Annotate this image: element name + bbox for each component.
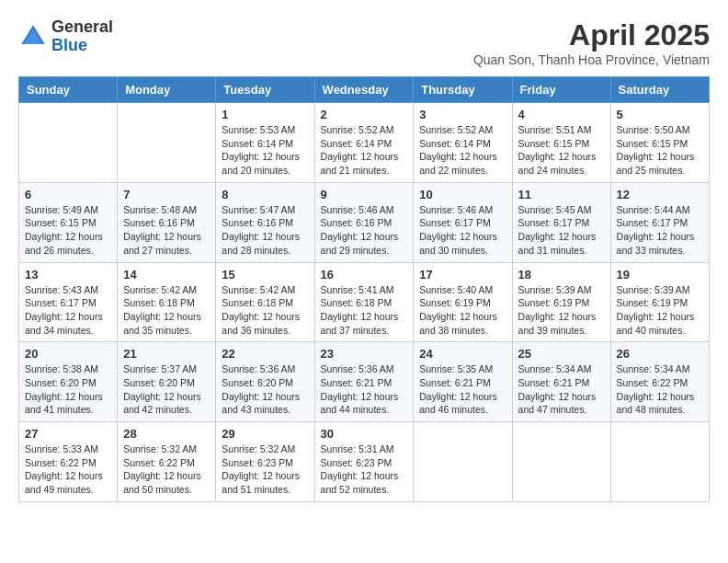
day-number: 30	[321, 427, 408, 441]
day-number: 7	[123, 188, 210, 201]
logo: General Blue	[18, 18, 113, 55]
day-number: 10	[419, 188, 506, 201]
calendar-cell: 12Sunrise: 5:44 AM Sunset: 6:17 PM Dayli…	[610, 182, 709, 262]
month-title: April 2025	[473, 18, 710, 52]
weekday-header: Thursday	[414, 77, 512, 103]
day-info: Sunrise: 5:33 AM Sunset: 6:22 PM Dayligh…	[25, 442, 111, 497]
day-info: Sunrise: 5:41 AM Sunset: 6:18 PM Dayligh…	[321, 283, 408, 338]
day-info: Sunrise: 5:36 AM Sunset: 6:20 PM Dayligh…	[222, 362, 308, 417]
day-info: Sunrise: 5:36 AM Sunset: 6:21 PM Dayligh…	[321, 362, 408, 417]
calendar-cell: 25Sunrise: 5:34 AM Sunset: 6:21 PM Dayli…	[512, 342, 610, 422]
day-number: 15	[222, 268, 308, 282]
logo-text: General Blue	[51, 18, 113, 55]
logo-icon	[18, 22, 48, 52]
calendar-cell: 1Sunrise: 5:53 AM Sunset: 6:14 PM Daylig…	[216, 103, 314, 183]
weekday-header: Friday	[512, 77, 610, 103]
day-number: 2	[321, 108, 408, 121]
day-number: 12	[617, 188, 703, 201]
calendar-cell: 19Sunrise: 5:39 AM Sunset: 6:19 PM Dayli…	[610, 262, 709, 342]
day-number: 20	[25, 347, 111, 361]
logo-blue: Blue	[51, 36, 87, 54]
day-info: Sunrise: 5:39 AM Sunset: 6:19 PM Dayligh…	[617, 283, 703, 338]
day-info: Sunrise: 5:51 AM Sunset: 6:15 PM Dayligh…	[518, 123, 605, 178]
day-number: 5	[617, 108, 703, 121]
calendar-cell: 21Sunrise: 5:37 AM Sunset: 6:20 PM Dayli…	[118, 342, 216, 422]
calendar-cell	[414, 422, 512, 502]
day-info: Sunrise: 5:46 AM Sunset: 6:16 PM Dayligh…	[321, 203, 408, 258]
calendar-cell: 22Sunrise: 5:36 AM Sunset: 6:20 PM Dayli…	[216, 342, 314, 422]
day-number: 18	[518, 268, 605, 282]
calendar-cell	[610, 422, 709, 502]
day-number: 25	[518, 347, 605, 361]
day-number: 11	[518, 188, 605, 201]
day-info: Sunrise: 5:32 AM Sunset: 6:22 PM Dayligh…	[123, 442, 210, 497]
day-number: 17	[419, 268, 506, 282]
calendar-cell: 28Sunrise: 5:32 AM Sunset: 6:22 PM Dayli…	[118, 422, 216, 502]
day-info: Sunrise: 5:42 AM Sunset: 6:18 PM Dayligh…	[123, 283, 210, 338]
calendar-cell: 13Sunrise: 5:43 AM Sunset: 6:17 PM Dayli…	[19, 262, 118, 342]
day-number: 9	[321, 188, 408, 201]
calendar-cell: 2Sunrise: 5:52 AM Sunset: 6:14 PM Daylig…	[314, 103, 414, 183]
calendar-cell: 17Sunrise: 5:40 AM Sunset: 6:19 PM Dayli…	[414, 262, 512, 342]
day-info: Sunrise: 5:31 AM Sunset: 6:23 PM Dayligh…	[321, 442, 408, 497]
calendar-week-row: 6Sunrise: 5:49 AM Sunset: 6:15 PM Daylig…	[19, 182, 710, 262]
weekday-header: Wednesday	[314, 77, 414, 103]
day-number: 1	[222, 108, 308, 121]
calendar-cell: 10Sunrise: 5:46 AM Sunset: 6:17 PM Dayli…	[414, 182, 512, 262]
day-number: 23	[321, 347, 408, 361]
day-info: Sunrise: 5:50 AM Sunset: 6:15 PM Dayligh…	[617, 123, 703, 178]
day-info: Sunrise: 5:43 AM Sunset: 6:17 PM Dayligh…	[25, 283, 111, 338]
day-number: 13	[25, 268, 111, 282]
calendar-cell	[512, 422, 610, 502]
calendar-week-row: 20Sunrise: 5:38 AM Sunset: 6:20 PM Dayli…	[19, 342, 710, 422]
day-info: Sunrise: 5:37 AM Sunset: 6:20 PM Dayligh…	[123, 362, 210, 417]
day-number: 6	[25, 188, 111, 201]
title-area: April 2025 Quan Son, Thanh Hoa Province,…	[473, 18, 710, 67]
day-info: Sunrise: 5:40 AM Sunset: 6:19 PM Dayligh…	[419, 283, 506, 338]
day-info: Sunrise: 5:45 AM Sunset: 6:17 PM Dayligh…	[518, 203, 605, 258]
calendar-cell: 20Sunrise: 5:38 AM Sunset: 6:20 PM Dayli…	[19, 342, 118, 422]
weekday-header-row: SundayMondayTuesdayWednesdayThursdayFrid…	[19, 77, 710, 103]
day-info: Sunrise: 5:52 AM Sunset: 6:14 PM Dayligh…	[321, 123, 408, 178]
day-number: 21	[123, 347, 210, 361]
calendar-cell	[118, 103, 216, 183]
weekday-header: Sunday	[19, 77, 118, 103]
calendar-cell: 14Sunrise: 5:42 AM Sunset: 6:18 PM Dayli…	[118, 262, 216, 342]
page-header: General Blue April 2025 Quan Son, Thanh …	[18, 18, 710, 67]
calendar-cell: 4Sunrise: 5:51 AM Sunset: 6:15 PM Daylig…	[512, 103, 610, 183]
calendar-week-row: 1Sunrise: 5:53 AM Sunset: 6:14 PM Daylig…	[19, 103, 710, 183]
day-info: Sunrise: 5:38 AM Sunset: 6:20 PM Dayligh…	[25, 362, 111, 417]
weekday-header: Tuesday	[216, 77, 314, 103]
calendar-cell: 16Sunrise: 5:41 AM Sunset: 6:18 PM Dayli…	[314, 262, 414, 342]
day-number: 14	[123, 268, 210, 282]
calendar-cell: 9Sunrise: 5:46 AM Sunset: 6:16 PM Daylig…	[314, 182, 414, 262]
calendar-table: SundayMondayTuesdayWednesdayThursdayFrid…	[18, 76, 710, 502]
day-info: Sunrise: 5:34 AM Sunset: 6:22 PM Dayligh…	[617, 362, 703, 417]
day-info: Sunrise: 5:52 AM Sunset: 6:14 PM Dayligh…	[419, 123, 506, 178]
day-info: Sunrise: 5:35 AM Sunset: 6:21 PM Dayligh…	[419, 362, 506, 417]
day-info: Sunrise: 5:47 AM Sunset: 6:16 PM Dayligh…	[222, 203, 308, 258]
day-number: 28	[123, 427, 210, 441]
calendar-cell: 11Sunrise: 5:45 AM Sunset: 6:17 PM Dayli…	[512, 182, 610, 262]
calendar-cell: 6Sunrise: 5:49 AM Sunset: 6:15 PM Daylig…	[19, 182, 118, 262]
day-number: 27	[25, 427, 111, 441]
calendar-cell: 26Sunrise: 5:34 AM Sunset: 6:22 PM Dayli…	[610, 342, 709, 422]
calendar-cell: 8Sunrise: 5:47 AM Sunset: 6:16 PM Daylig…	[216, 182, 314, 262]
calendar-cell: 30Sunrise: 5:31 AM Sunset: 6:23 PM Dayli…	[314, 422, 414, 502]
calendar-cell: 23Sunrise: 5:36 AM Sunset: 6:21 PM Dayli…	[314, 342, 414, 422]
day-info: Sunrise: 5:53 AM Sunset: 6:14 PM Dayligh…	[222, 123, 308, 178]
calendar-cell: 15Sunrise: 5:42 AM Sunset: 6:18 PM Dayli…	[216, 262, 314, 342]
calendar-cell	[19, 103, 118, 183]
day-info: Sunrise: 5:39 AM Sunset: 6:19 PM Dayligh…	[518, 283, 605, 338]
calendar-cell: 5Sunrise: 5:50 AM Sunset: 6:15 PM Daylig…	[610, 103, 709, 183]
day-number: 26	[617, 347, 703, 361]
day-info: Sunrise: 5:34 AM Sunset: 6:21 PM Dayligh…	[518, 362, 605, 417]
calendar-cell: 7Sunrise: 5:48 AM Sunset: 6:16 PM Daylig…	[118, 182, 216, 262]
day-number: 19	[617, 268, 703, 282]
day-number: 4	[518, 108, 605, 121]
weekday-header: Saturday	[610, 77, 709, 103]
logo-general: General	[51, 17, 113, 36]
calendar-cell: 27Sunrise: 5:33 AM Sunset: 6:22 PM Dayli…	[19, 422, 118, 502]
day-info: Sunrise: 5:42 AM Sunset: 6:18 PM Dayligh…	[222, 283, 308, 338]
calendar-cell: 24Sunrise: 5:35 AM Sunset: 6:21 PM Dayli…	[414, 342, 512, 422]
